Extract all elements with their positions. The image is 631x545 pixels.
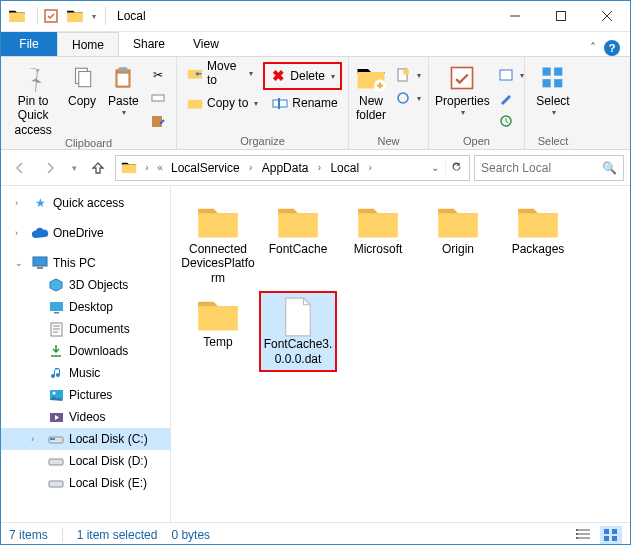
tree-videos[interactable]: Videos — [1, 406, 170, 428]
paste-button[interactable]: Paste ▾ — [105, 60, 142, 118]
tree-desktop[interactable]: Desktop — [1, 296, 170, 318]
tree-3d-objects[interactable]: 3D Objects — [1, 274, 170, 296]
breadcrumb-dropdown[interactable]: ⌄ — [426, 162, 444, 173]
pin-to-quick-access-button[interactable]: Pin to Quick access — [7, 60, 59, 137]
properties-button[interactable]: Properties ▾ — [435, 60, 490, 118]
tree-this-pc[interactable]: ⌄This PC — [1, 252, 170, 274]
music-icon — [47, 365, 65, 381]
statusbar: 7 items 1 item selected 0 bytes — [1, 522, 630, 545]
properties-icon — [446, 62, 478, 94]
tree-disk-c[interactable]: ›Local Disk (C:) — [1, 428, 170, 450]
nav-tree[interactable]: ›★Quick access ›OneDrive ⌄This PC 3D Obj… — [1, 186, 171, 522]
copy-to-button[interactable]: Copy to▾ — [183, 92, 262, 114]
qat-newfolder-icon[interactable] — [64, 5, 86, 27]
ribbon-collapse-icon[interactable]: ˄ — [590, 41, 596, 55]
tree-label: Documents — [69, 322, 130, 336]
cut-button[interactable]: ✂ — [146, 64, 170, 86]
tab-home[interactable]: Home — [57, 32, 119, 56]
open-group-label: Open — [435, 135, 518, 149]
folder-item[interactable]: Connected DevicesPlatform — [179, 198, 257, 289]
folder-item[interactable]: Temp — [179, 291, 257, 372]
new-folder-button[interactable]: New folder — [355, 60, 387, 123]
file-item[interactable]: FontCache3.0.0.0.dat — [259, 291, 337, 372]
breadcrumb-seg-3[interactable]: Local — [326, 157, 363, 179]
move-to-button[interactable]: Move to▾ — [183, 62, 257, 84]
breadcrumb-arrow[interactable]: › — [245, 162, 257, 173]
breadcrumb-arrow[interactable]: › — [364, 162, 376, 173]
tree-label: OneDrive — [53, 226, 104, 240]
folder-icon — [194, 202, 242, 242]
view-icons-button[interactable] — [600, 526, 622, 544]
file-view[interactable]: Connected DevicesPlatformFontCacheMicros… — [171, 186, 630, 522]
tree-disk-e[interactable]: Local Disk (E:) — [1, 472, 170, 494]
breadcrumb-refresh-icon[interactable] — [445, 160, 467, 175]
tab-view[interactable]: View — [179, 32, 233, 56]
tree-documents[interactable]: Documents — [1, 318, 170, 340]
maximize-button[interactable] — [538, 1, 584, 31]
folder-item[interactable]: Origin — [419, 198, 497, 289]
tab-file[interactable]: File — [1, 32, 57, 56]
breadcrumb[interactable]: › « LocalService › AppData › Local › ⌄ — [115, 155, 470, 181]
tab-share[interactable]: Share — [119, 32, 179, 56]
svg-point-34 — [576, 529, 578, 531]
chevron-down-icon: ▾ — [331, 72, 335, 81]
qat-folder-icon[interactable] — [6, 5, 28, 27]
cube-icon — [47, 277, 65, 293]
qat-dropdown[interactable]: ▾ — [88, 5, 100, 27]
edit-button[interactable] — [494, 87, 528, 109]
new-item-button[interactable]: ▾ — [391, 64, 425, 86]
view-details-button[interactable] — [572, 526, 594, 544]
properties-label: Properties — [435, 94, 490, 108]
breadcrumb-folder-icon[interactable] — [120, 159, 138, 177]
tree-music[interactable]: Music — [1, 362, 170, 384]
pin-label: Pin to Quick access — [7, 94, 59, 137]
select-button[interactable]: Select ▾ — [531, 60, 575, 118]
breadcrumb-arrow[interactable]: › — [141, 162, 153, 173]
folder-item[interactable]: Microsoft — [339, 198, 417, 289]
tree-disk-d[interactable]: Local Disk (D:) — [1, 450, 170, 472]
breadcrumb-seg-1[interactable]: LocalService — [167, 157, 244, 179]
folder-item[interactable]: Packages — [499, 198, 577, 289]
svg-rect-37 — [604, 529, 609, 534]
breadcrumb-overflow[interactable]: « — [154, 162, 166, 173]
breadcrumb-arrow[interactable]: › — [313, 162, 325, 173]
tree-quick-access[interactable]: ›★Quick access — [1, 192, 170, 214]
open-button[interactable]: ▾ — [494, 64, 528, 86]
delete-highlight: ✖ Delete▾ — [263, 62, 342, 90]
tree-onedrive[interactable]: ›OneDrive — [1, 222, 170, 244]
rename-button[interactable]: Rename — [268, 92, 341, 114]
svg-rect-8 — [152, 116, 162, 127]
organize-group-label: Organize — [183, 135, 342, 149]
tree-pictures[interactable]: Pictures — [1, 384, 170, 406]
nav-back-button[interactable] — [7, 155, 33, 181]
copy-button[interactable]: Copy — [63, 60, 100, 108]
search-input[interactable] — [481, 161, 602, 175]
cloud-icon — [31, 225, 49, 241]
nav-history-button[interactable]: ▾ — [67, 155, 81, 181]
ribbon-tabs: File Home Share View ˄ ? — [1, 32, 630, 57]
svg-rect-33 — [49, 481, 63, 487]
close-button[interactable] — [584, 1, 630, 31]
item-label: Temp — [203, 335, 232, 349]
window-title: Local — [117, 9, 146, 23]
paste-shortcut-button[interactable] — [146, 110, 170, 132]
pictures-icon — [47, 387, 65, 403]
tree-downloads[interactable]: Downloads — [1, 340, 170, 362]
status-count: 7 items — [9, 528, 48, 542]
search-box[interactable]: 🔍 — [474, 155, 624, 181]
select-icon — [537, 62, 569, 94]
nav-up-button[interactable] — [85, 155, 111, 181]
minimize-button[interactable] — [492, 1, 538, 31]
history-button[interactable] — [494, 110, 528, 132]
chevron-down-icon: ⌄ — [15, 258, 27, 268]
help-icon[interactable]: ? — [604, 40, 620, 56]
nav-forward-button[interactable] — [37, 155, 63, 181]
easy-access-button[interactable]: ▾ — [391, 87, 425, 109]
folder-item[interactable]: FontCache — [259, 198, 337, 289]
delete-icon: ✖ — [270, 68, 286, 84]
delete-button[interactable]: ✖ Delete▾ — [266, 65, 339, 87]
copy-path-button[interactable] — [146, 87, 170, 109]
breadcrumb-seg-2[interactable]: AppData — [258, 157, 313, 179]
qat-properties-icon[interactable] — [40, 5, 62, 27]
easy-access-icon — [395, 90, 411, 106]
